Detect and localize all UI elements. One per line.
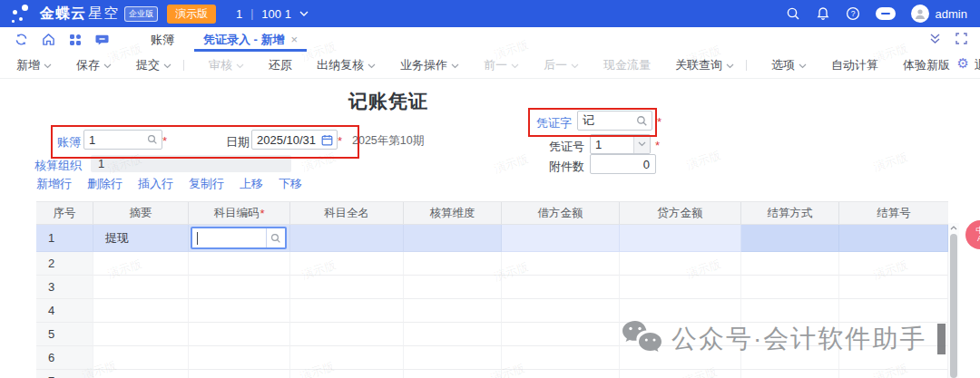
toolbar-button[interactable]: 关联查询: [675, 57, 734, 73]
toolbar-button[interactable]: 业务操作: [400, 57, 459, 73]
grid-cell[interactable]: [404, 370, 502, 378]
grid-cell[interactable]: [620, 323, 741, 346]
lookup-icon[interactable]: [636, 115, 648, 127]
close-icon[interactable]: ×: [291, 33, 299, 46]
scroll-up-arrow[interactable]: [948, 223, 959, 233]
row-action-link[interactable]: 新增行: [36, 176, 72, 192]
row-number[interactable]: 4: [36, 299, 93, 323]
grid-cell[interactable]: [189, 370, 290, 378]
attachments-input[interactable]: 0: [590, 154, 656, 174]
toolbar-button[interactable]: 保存: [76, 57, 112, 73]
grid-cell[interactable]: [404, 323, 502, 346]
grid-cell[interactable]: [502, 252, 620, 276]
calendar-icon[interactable]: [321, 134, 333, 146]
grid-cell[interactable]: [502, 346, 620, 370]
grid-cell[interactable]: [502, 276, 620, 299]
row-number[interactable]: 6: [36, 346, 93, 370]
grid-cell[interactable]: [741, 346, 839, 370]
toolbar-button[interactable]: 退出: [975, 57, 980, 73]
toolbar-button[interactable]: 自动计算: [831, 57, 878, 73]
grid-cell[interactable]: [741, 370, 839, 378]
row-action-link[interactable]: 下移: [279, 176, 302, 192]
grid-cell[interactable]: [189, 252, 290, 276]
grid-cell[interactable]: [620, 252, 741, 276]
toolbar-button[interactable]: 新增: [16, 57, 52, 73]
scrollbar-thumb[interactable]: [950, 234, 957, 378]
tab-0[interactable]: 账簿: [136, 27, 189, 52]
row-action-link[interactable]: 上移: [240, 176, 263, 192]
grid-cell[interactable]: [93, 252, 189, 276]
grid-cell[interactable]: [502, 370, 620, 378]
grid-cell[interactable]: [189, 276, 290, 299]
grid-cell[interactable]: [741, 276, 839, 299]
collapse-tabs-icon[interactable]: [929, 32, 941, 48]
grid-cell[interactable]: [189, 299, 290, 323]
grid-cell[interactable]: [290, 370, 404, 378]
status-toggle-icon[interactable]: [876, 7, 896, 20]
grid-cell[interactable]: [189, 323, 290, 346]
tab-1[interactable]: 凭证录入 - 新增×: [189, 27, 312, 52]
summary-cell[interactable]: 提现: [93, 225, 189, 252]
book-input[interactable]: 1: [83, 130, 162, 150]
grid-cell[interactable]: [741, 225, 839, 252]
toolbar-button[interactable]: 提交: [136, 57, 172, 73]
search-icon[interactable]: [786, 6, 800, 21]
grid-cell[interactable]: [839, 370, 948, 378]
voucher-no-input[interactable]: 1: [590, 134, 651, 154]
grid-cell[interactable]: [93, 370, 189, 378]
row-action-link[interactable]: 删除行: [87, 176, 122, 192]
row-number[interactable]: 7: [36, 370, 93, 378]
account-code-input[interactable]: [191, 227, 287, 249]
notification-bell-icon[interactable]: [816, 6, 830, 21]
avatar[interactable]: [911, 5, 929, 23]
translate-fab[interactable]: 中 A: [965, 220, 980, 249]
grid-cell[interactable]: [839, 252, 948, 276]
fullscreen-icon[interactable]: [956, 32, 967, 48]
grid-cell[interactable]: [502, 225, 620, 252]
grid-cell[interactable]: [189, 225, 290, 252]
row-number[interactable]: 2: [36, 252, 93, 276]
grid-cell[interactable]: [839, 323, 948, 346]
apps-grid-icon[interactable]: [69, 34, 82, 46]
grid-cell[interactable]: [290, 276, 404, 299]
grid-cell[interactable]: [404, 299, 502, 323]
grid-cell[interactable]: [741, 323, 839, 346]
toolbar-button[interactable]: 选项: [771, 57, 807, 73]
grid-cell[interactable]: [290, 346, 404, 370]
row-number[interactable]: 1: [36, 225, 93, 252]
grid-cell[interactable]: [404, 276, 502, 299]
help-icon[interactable]: ?: [846, 6, 860, 21]
grid-cell[interactable]: [620, 299, 741, 323]
grid-cell[interactable]: [290, 323, 404, 346]
grid-cell[interactable]: [839, 346, 948, 370]
org-switcher[interactable]: 1 | 100 1: [236, 7, 309, 21]
grid-cell[interactable]: [620, 346, 741, 370]
row-number[interactable]: 5: [36, 323, 93, 346]
toolbar-button[interactable]: 还原: [269, 57, 292, 73]
grid-cell[interactable]: [93, 276, 189, 299]
grid-cell[interactable]: [189, 346, 290, 370]
grid-cell[interactable]: [839, 225, 948, 252]
sync-icon[interactable]: [15, 33, 28, 46]
grid-cell[interactable]: [290, 252, 404, 276]
voucher-word-input[interactable]: 记: [577, 111, 652, 131]
chevron-down-icon[interactable]: [633, 135, 650, 153]
gear-icon[interactable]: ⚙: [957, 56, 969, 70]
grid-cell[interactable]: [93, 346, 189, 370]
grid-cell[interactable]: [620, 276, 741, 299]
grid-cell[interactable]: [290, 299, 404, 323]
toolbar-button[interactable]: 出纳复核: [317, 57, 376, 73]
grid-cell[interactable]: [839, 276, 948, 299]
toolbar-button[interactable]: 体验新版: [903, 57, 950, 73]
lookup-icon[interactable]: [147, 134, 158, 145]
grid-cell[interactable]: [620, 370, 741, 378]
grid-cell[interactable]: [839, 299, 948, 323]
grid-cell[interactable]: [620, 225, 741, 252]
grid-cell[interactable]: [404, 252, 502, 276]
account-lookup-button[interactable]: [266, 228, 285, 247]
grid-cell[interactable]: [404, 346, 502, 370]
row-action-link[interactable]: 复制行: [189, 176, 224, 192]
vertical-scrollbar[interactable]: [948, 223, 959, 378]
grid-cell[interactable]: [93, 299, 189, 323]
message-icon[interactable]: [95, 33, 109, 46]
